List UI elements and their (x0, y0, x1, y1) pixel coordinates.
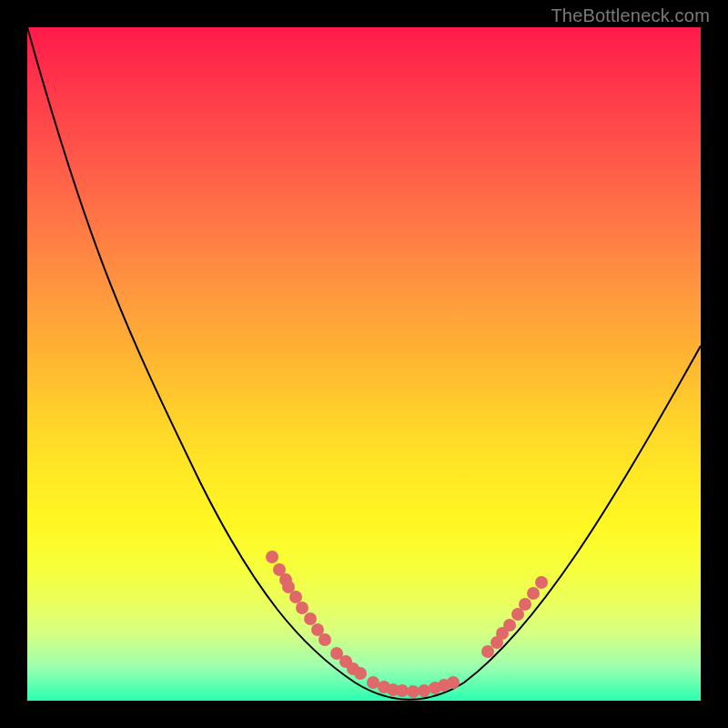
curve-dot (503, 619, 516, 632)
watermark-text: TheBottleneck.com (551, 5, 710, 26)
curve-dot (519, 598, 531, 611)
curve-dot (535, 576, 548, 589)
curve-dot (407, 685, 420, 698)
curve-dot (396, 684, 409, 697)
plot-area (27, 27, 701, 701)
curve-dot (367, 676, 379, 689)
curve-dot (481, 645, 494, 658)
curve-dot (266, 551, 278, 563)
curve-dot (527, 587, 540, 600)
curve-dot (304, 612, 317, 625)
curve-dot (296, 602, 308, 614)
dot-layer (266, 551, 548, 698)
chart-svg (27, 27, 701, 701)
curve-dot (447, 676, 460, 689)
bottleneck-curve (27, 27, 701, 700)
curve-dot (289, 591, 302, 603)
curve-dot (318, 633, 331, 646)
curve-dot (354, 667, 367, 680)
curve-dot (418, 684, 430, 697)
chart-frame: TheBottleneck.com (0, 0, 728, 728)
